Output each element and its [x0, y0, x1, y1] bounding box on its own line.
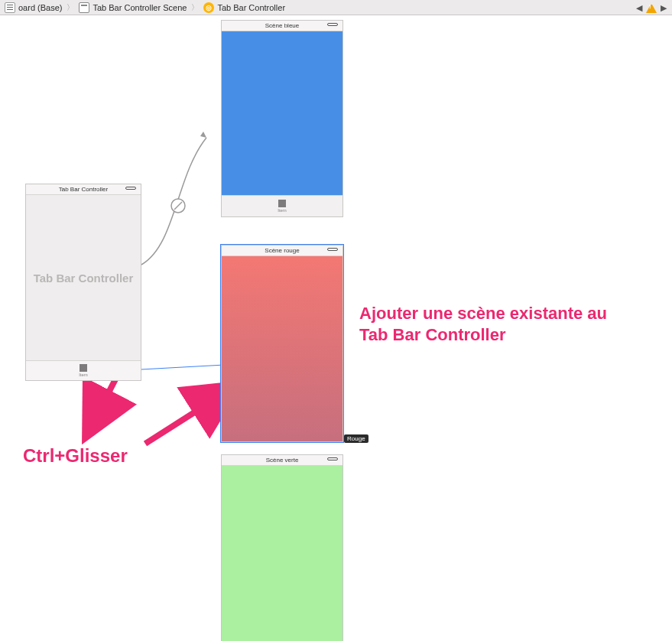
toolbar-right: ◀ ▶ — [634, 0, 669, 15]
scene-rouge-badge: Rouge — [344, 434, 368, 443]
viewcontroller-icon: ◎ — [203, 2, 214, 13]
scene-title-label: Scène verte — [266, 457, 299, 464]
svg-line-1 — [174, 202, 182, 210]
breadcrumb-label: Tab Bar Controller Scene — [93, 3, 187, 12]
scene-verte[interactable]: Scène verte — [221, 454, 343, 641]
scene-body — [222, 256, 342, 441]
warning-icon — [646, 2, 657, 13]
breadcrumb-item-scene[interactable]: Tab Bar Controller Scene — [76, 2, 190, 13]
scene-tab-bar-controller[interactable]: Tab Bar Controller Tab Bar Controller It… — [25, 184, 141, 381]
scene-handle-icon — [327, 248, 338, 251]
tab-item-label: Item — [79, 373, 88, 377]
storyboard-icon — [5, 2, 15, 13]
scene-handle-icon — [327, 23, 338, 26]
scene-body-label: Tab Bar Controller — [34, 272, 134, 285]
scene-title-label: Tab Bar Controller — [59, 186, 108, 193]
breadcrumb-item-storyboard[interactable]: oard (Base) — [2, 2, 65, 13]
scene-icon — [79, 2, 89, 13]
chevron-right-icon: 〉 — [65, 2, 76, 13]
history-forward-button[interactable]: ▶ — [658, 2, 669, 13]
tab-item-label: Item — [278, 208, 287, 213]
annotation-line1: Ajouter une scène existante au — [359, 304, 607, 323]
svg-point-0 — [171, 199, 185, 213]
scene-bleue[interactable]: Scène bleue Item — [221, 20, 343, 217]
tab-item-icon — [80, 364, 87, 372]
scene-handle-icon — [125, 187, 136, 190]
scene-title-label: Scène bleue — [265, 22, 299, 29]
scene-body — [222, 466, 342, 641]
scene-body: Tab Bar Controller — [26, 195, 141, 360]
scene-title[interactable]: Scène verte — [222, 455, 342, 466]
annotation-add-scene: Ajouter une scène existante au Tab Bar C… — [359, 303, 607, 345]
scene-title[interactable]: Tab Bar Controller — [26, 184, 141, 195]
svg-line-5 — [90, 373, 118, 428]
tab-item-icon — [278, 200, 286, 207]
breadcrumb-label: oard (Base) — [18, 3, 62, 12]
breadcrumb-label: Tab Bar Controller — [217, 3, 285, 12]
tab-bar[interactable]: Item — [222, 195, 342, 216]
annotation-line2: Tab Bar Controller — [359, 325, 506, 344]
scene-rouge[interactable]: Scène rouge — [221, 245, 343, 442]
history-back-button[interactable]: ◀ — [634, 2, 644, 13]
scene-body — [222, 31, 342, 195]
scene-title[interactable]: Scène rouge — [222, 246, 342, 256]
annotation-ctrl-drag: Ctrl+Glisser — [23, 445, 128, 467]
scene-title-label: Scène rouge — [265, 247, 299, 254]
warnings-button[interactable] — [646, 2, 657, 13]
tab-bar[interactable]: Item — [26, 360, 141, 380]
scene-title[interactable]: Scène bleue — [222, 21, 342, 31]
breadcrumb-bar: oard (Base) 〉 Tab Bar Controller Scene 〉… — [0, 0, 672, 15]
vertical-scrollbar[interactable] — [662, 15, 672, 626]
svg-line-6 — [145, 390, 229, 444]
storyboard-canvas[interactable]: Tab Bar Controller Tab Bar Controller It… — [0, 15, 672, 641]
chevron-right-icon: 〉 — [190, 2, 200, 13]
breadcrumb-item-vc[interactable]: ◎ Tab Bar Controller — [200, 2, 288, 13]
scene-handle-icon — [327, 457, 338, 460]
